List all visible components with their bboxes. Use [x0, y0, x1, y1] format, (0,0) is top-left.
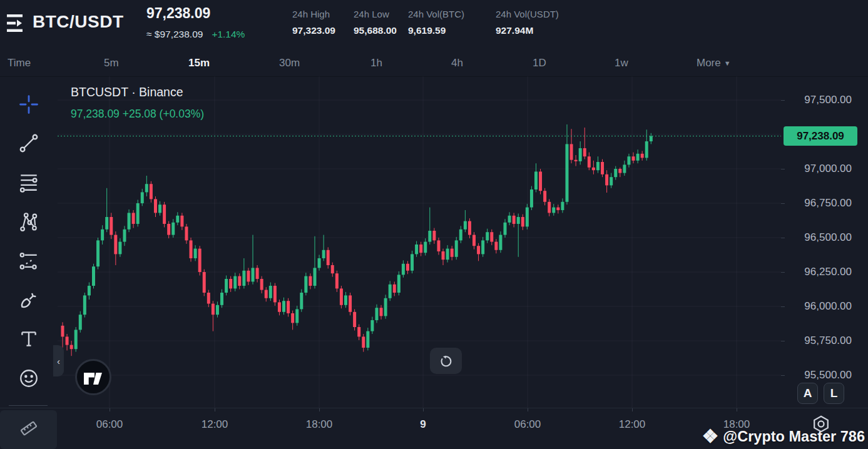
- candle-body: [406, 264, 409, 271]
- candle-body: [570, 144, 573, 159]
- candle-body: [565, 144, 568, 201]
- chart-area[interactable]: BTCUSDT · Binance 97,238.09 +25.08 (+0.0…: [58, 76, 781, 408]
- price-tick-mark: [781, 238, 785, 238]
- candle-body: [327, 250, 330, 265]
- candle-body: [74, 330, 78, 349]
- candle-body: [548, 202, 551, 213]
- candle-body: [163, 204, 166, 224]
- price-tick-mark: [781, 341, 785, 341]
- price-scale[interactable]: 97,238.09 97,500.0097,000.0096,750.0096,…: [781, 76, 868, 408]
- horizontal-lines-tool-button[interactable]: [18, 171, 40, 193]
- tradingview-logo[interactable]: [75, 359, 111, 395]
- candle-body: [304, 276, 307, 293]
- candle-body: [220, 293, 223, 305]
- tab-1d[interactable]: 1D: [533, 50, 546, 76]
- time-tick-label: 12:00: [619, 418, 646, 431]
- candle-body: [543, 191, 546, 202]
- candlestick-chart[interactable]: [58, 76, 781, 408]
- candle-body: [650, 136, 653, 141]
- crosshair-tool-button[interactable]: [18, 93, 40, 116]
- candle-body: [318, 258, 321, 268]
- last-price: 97,238.09: [146, 5, 210, 22]
- tab-4h[interactable]: 4h: [451, 50, 463, 76]
- candle-body: [411, 254, 414, 270]
- emoji-icon: [18, 368, 39, 389]
- tab-5m[interactable]: 5m: [104, 50, 119, 76]
- text-tool-button[interactable]: [18, 328, 40, 350]
- candle-body: [203, 272, 206, 293]
- candle-body: [375, 308, 378, 320]
- candle-body: [539, 171, 542, 191]
- candle-body: [464, 221, 467, 230]
- brush-tool-button[interactable]: [18, 289, 40, 311]
- menu-icon: [6, 13, 26, 34]
- candle-body: [141, 192, 144, 203]
- candle-body: [415, 245, 418, 254]
- tab-1h[interactable]: 1h: [370, 50, 382, 76]
- tab-30m[interactable]: 30m: [279, 50, 300, 76]
- interval-tabs: Time 5m 15m 30m 1h 4h 1D 1w More▼: [0, 50, 868, 77]
- candle-body: [225, 279, 228, 293]
- forecast-tool-button[interactable]: [18, 250, 40, 272]
- log-scale-button[interactable]: L: [824, 383, 844, 404]
- pair-title[interactable]: BTC/USDT: [33, 12, 124, 32]
- candle-body: [481, 240, 484, 254]
- candle-body: [322, 250, 325, 258]
- tab-1w[interactable]: 1w: [615, 50, 628, 76]
- candle-body: [114, 235, 117, 255]
- emoji-tool-button[interactable]: [18, 367, 40, 390]
- candle-body: [490, 232, 493, 241]
- time-tick-mark: [632, 408, 633, 411]
- candle-body: [428, 231, 431, 242]
- refresh-button[interactable]: [430, 348, 462, 374]
- trend-line-tool-button[interactable]: [18, 132, 40, 154]
- candle-body: [287, 301, 290, 313]
- candle-body: [132, 213, 135, 224]
- candle-body: [185, 226, 188, 240]
- candle-body: [242, 271, 245, 286]
- candle-body: [118, 242, 121, 255]
- candle-body: [233, 276, 237, 289]
- candle-body: [526, 208, 529, 227]
- candle-body: [145, 184, 148, 192]
- tab-more[interactable]: More▼: [697, 50, 731, 76]
- candle-body: [432, 231, 436, 240]
- toolbar-collapse-handle[interactable]: ‹: [53, 345, 64, 376]
- candle-body: [494, 242, 498, 250]
- candle-body: [167, 224, 170, 235]
- binance-trading-screen: BTC/USDT 97,238.09 ≈ $97,238.09+1.14% 24…: [0, 0, 868, 449]
- candle-body: [136, 203, 140, 224]
- time-tick-mark: [737, 408, 737, 411]
- candle-body: [349, 295, 352, 311]
- binance-diamond-icon: ❖: [702, 428, 718, 445]
- tab-15m[interactable]: 15m: [188, 50, 210, 76]
- candle-body: [154, 199, 157, 213]
- candle-body: [645, 141, 648, 158]
- candle-body: [101, 230, 104, 241]
- menu-button[interactable]: [6, 13, 26, 34]
- price-tick-label: 96,750.00: [804, 196, 852, 210]
- auto-scale-button[interactable]: A: [797, 383, 818, 404]
- candle-body: [419, 245, 422, 253]
- watermark-text: @Crypto Master 786: [723, 428, 865, 445]
- candle-body: [384, 298, 387, 316]
- candle-body: [180, 216, 183, 227]
- candle-body: [300, 293, 303, 309]
- xabcd-pattern-tool-button[interactable]: [18, 210, 40, 233]
- watermark: ❖ @Crypto Master 786: [702, 428, 865, 445]
- tab-time[interactable]: Time: [8, 50, 31, 76]
- price-tick-label: 96,250.00: [804, 265, 852, 279]
- candle-body: [238, 276, 241, 286]
- price-tick-label: 95,500.00: [804, 368, 852, 382]
- candle-body: [260, 279, 263, 290]
- last-price-badge[interactable]: 97,238.09: [784, 126, 857, 146]
- candle-body: [556, 208, 559, 210]
- crosshair-icon: [18, 94, 39, 115]
- candle-body: [229, 279, 232, 288]
- price-tick-mark: [781, 169, 785, 169]
- change-24h: +1.14%: [212, 29, 245, 39]
- candle-body: [486, 232, 489, 240]
- candle-body: [105, 217, 108, 230]
- candle-body: [110, 217, 113, 235]
- candle-body: [198, 249, 202, 272]
